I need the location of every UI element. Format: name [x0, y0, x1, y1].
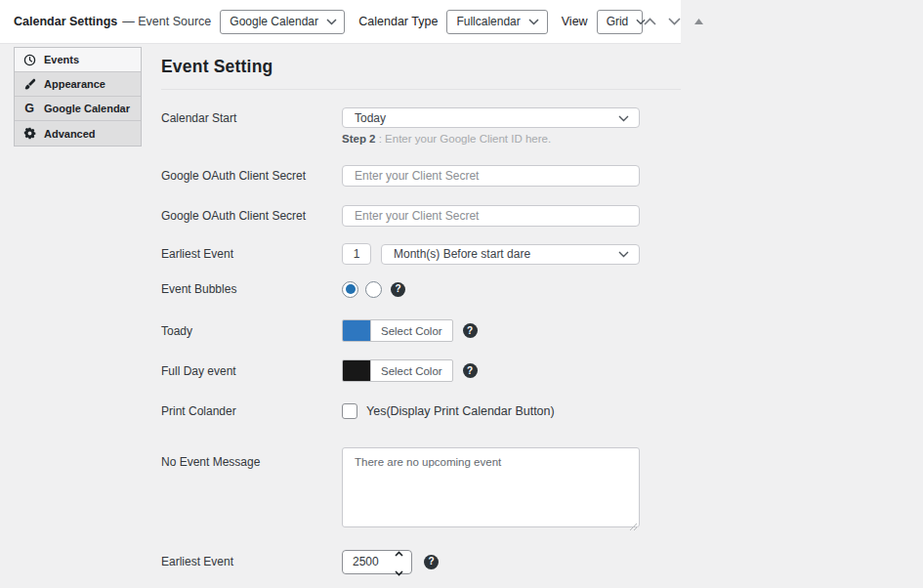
print-calendar-checkbox-label: Yes(Display Print Calendar Button) [366, 404, 555, 418]
help-icon[interactable]: ? [463, 323, 478, 338]
field-label: Print Colander [161, 404, 342, 418]
field-row-client-secret-2: Google OAuth Client Secret [161, 205, 681, 227]
radio-selected-dot [346, 284, 356, 294]
calendar-start-value: Today [355, 111, 386, 125]
help-icon[interactable]: ? [463, 363, 478, 378]
field-row-full-day-color: Full Day event Select Color ? [161, 359, 681, 382]
print-calendar-checkbox[interactable] [342, 403, 357, 419]
field-label: Google OAuth Client Secret [161, 169, 342, 183]
field-row-no-event-message: No Event Message There are no upcoming e… [161, 447, 681, 531]
no-event-message-textarea[interactable]: There are no upcoming event [342, 447, 640, 527]
client-secret-input-2[interactable] [342, 205, 640, 227]
field-row-print-calendar: Print Colander Yes(Display Print Calenda… [161, 402, 681, 420]
sidebar-item-appearance[interactable]: Appearance [15, 72, 141, 97]
sidebar-item-label: Appearance [44, 78, 105, 90]
select-color-label: Select Color [371, 320, 452, 341]
field-row-earliest-event-offset: Earliest Event Month(s) Before start dar… [161, 243, 681, 265]
page-title: Calendar Settings [14, 15, 117, 28]
help-icon[interactable]: ? [391, 282, 405, 297]
full-day-color-picker-button[interactable]: Select Color [342, 359, 453, 382]
number-stepper [395, 543, 411, 580]
earliest-event-count-input[interactable] [342, 243, 371, 265]
today-color-swatch [343, 320, 371, 341]
sidebar-item-advanced[interactable]: Advanced [15, 121, 141, 146]
field-row-today-color: Toady Select Color ? [161, 319, 681, 342]
earliest-event-number-value[interactable] [343, 555, 395, 568]
sidebar-item-events[interactable]: Events [15, 48, 141, 72]
sidebar-item-label: Advanced [44, 128, 96, 140]
field-label: No Event Message [161, 447, 342, 469]
field-row-client-secret-1: Google OAuth Client Secret [161, 165, 681, 187]
full-day-color-swatch [343, 360, 371, 381]
brush-icon [22, 77, 36, 91]
client-secret-input-1[interactable] [342, 165, 640, 187]
field-label: Earliest Event [161, 247, 342, 261]
earliest-event-number-input[interactable] [342, 550, 412, 574]
help-icon[interactable]: ? [424, 555, 439, 569]
chevron-down-icon [618, 111, 629, 125]
settings-sidebar: Events Appearance G Google Calendar Adva… [14, 47, 142, 147]
calendar-start-select[interactable]: Today [342, 107, 640, 128]
field-label: Full Day event [161, 364, 342, 378]
calendar-start-hint: Step 2 : Enter your Google Client ID her… [342, 133, 551, 145]
stepper-down-icon[interactable] [395, 563, 403, 580]
collapse-toggle-button[interactable] [692, 14, 707, 29]
field-label: Event Bubbles [161, 282, 342, 296]
field-label: Earliest Event [161, 555, 342, 568]
chevron-down-icon [618, 247, 629, 261]
gear-icon [22, 127, 36, 141]
heading-divider [161, 89, 681, 90]
sidebar-item-label: Google Calendar [44, 103, 130, 114]
earliest-event-unit-select[interactable]: Month(s) Before start dare [381, 244, 640, 265]
select-color-label: Select Color [371, 360, 452, 381]
stepper-up-icon[interactable] [395, 543, 403, 561]
clock-icon [22, 53, 36, 66]
event-setting-panel: Event Setting Calendar Start Today Step … [161, 0, 681, 588]
today-color-picker-button[interactable]: Select Color [342, 319, 453, 342]
field-label: Calendar Start [161, 111, 342, 125]
field-row-earliest-event-count: Earliest Event ? [161, 549, 681, 574]
field-label: Google OAuth Client Secret [161, 209, 342, 223]
earliest-event-unit-value: Month(s) Before start dare [394, 247, 530, 261]
field-row-calendar-start: Calendar Start Today [161, 107, 681, 128]
google-icon: G [22, 102, 36, 115]
field-row-event-bubbles: Event Bubbles ? [161, 280, 681, 298]
section-heading: Event Setting [161, 57, 273, 77]
event-bubbles-radio-off[interactable] [365, 281, 382, 298]
event-bubbles-radio-on[interactable] [342, 281, 358, 298]
field-label: Toady [161, 324, 342, 338]
sidebar-item-label: Events [44, 54, 79, 65]
sidebar-item-google-calendar[interactable]: G Google Calendar [15, 97, 141, 121]
calendar-settings-page: Calendar Settings — Event Source Google … [0, 0, 923, 588]
